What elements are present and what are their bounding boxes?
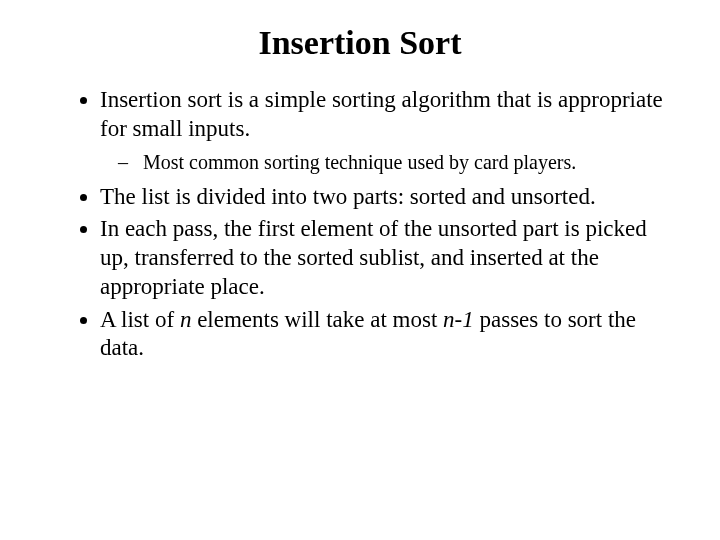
sub-bullet-item-1: Most common sorting technique used by ca… [138,150,676,175]
bullet-text-2: The list is divided into two parts: sort… [100,184,596,209]
bullet-list: Insertion sort is a simple sorting algor… [44,86,676,363]
bullet-item-1: Insertion sort is a simple sorting algor… [100,86,676,175]
sub-bullet-list: Most common sorting technique used by ca… [100,150,676,175]
bullet-item-2: The list is divided into two parts: sort… [100,183,676,212]
bullet-item-3: In each pass, the first element of the u… [100,215,676,301]
bullet-text-4-pre: A list of [100,307,180,332]
bullet-text-4-mid: elements will take at most [191,307,443,332]
bullet-text-3: In each pass, the first element of the u… [100,216,647,299]
bullet-text-1: Insertion sort is a simple sorting algor… [100,87,663,141]
bullet-text-4-n1: n-1 [443,307,474,332]
slide: Insertion Sort Insertion sort is a simpl… [0,0,720,540]
bullet-text-4-n: n [180,307,192,332]
bullet-item-4: A list of n elements will take at most n… [100,306,676,364]
slide-title: Insertion Sort [44,24,676,62]
sub-bullet-text-1: Most common sorting technique used by ca… [143,151,576,173]
